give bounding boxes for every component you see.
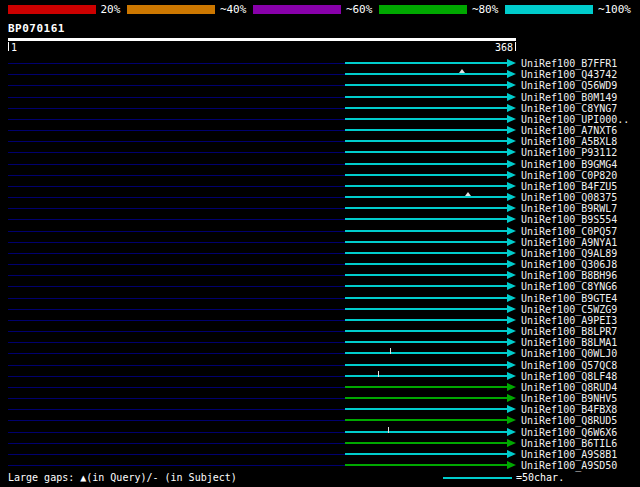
hit-row[interactable]: UniRef100_P93112 [0,147,640,158]
hit-row[interactable]: UniRef100_UPI000.. [0,114,640,125]
hit-row[interactable]: UniRef100_B4FZU5 [0,181,640,192]
hit-label[interactable]: UniRef100_B6TIL6 [521,438,617,449]
hit-row[interactable]: UniRef100_A7NXT6 [0,125,640,136]
hit-label[interactable]: UniRef100_A9PEI3 [521,315,617,326]
hit-label[interactable]: UniRef100_Q0WLJ0 [521,348,617,359]
hit-row[interactable]: UniRef100_Q8RUD5 [0,415,640,426]
hit-row[interactable]: UniRef100_B9GMG4 [0,159,640,170]
hit-row[interactable]: UniRef100_Q57QC8 [0,360,640,371]
hit-label[interactable]: UniRef100_C8YNG6 [521,281,617,292]
alignment-segment[interactable] [345,263,507,265]
alignment-segment[interactable] [345,330,507,332]
alignment-segment[interactable] [345,73,507,75]
hit-label[interactable]: UniRef100_B4FZU5 [521,181,617,192]
alignment-segment[interactable] [345,207,507,209]
alignment-segment[interactable] [345,431,507,433]
hit-label[interactable]: UniRef100_B9RWL7 [521,203,617,214]
alignment-segment[interactable] [345,218,507,220]
alignment-segment[interactable] [345,397,507,399]
hit-row[interactable]: UniRef100_B8LPR7 [0,326,640,337]
hit-label[interactable]: UniRef100_A5BXL8 [521,136,617,147]
hit-row[interactable]: UniRef100_B4FBX8 [0,404,640,415]
alignment-segment[interactable] [345,163,507,165]
alignment-segment[interactable] [345,107,507,109]
hit-row[interactable]: UniRef100_B9RWL7 [0,203,640,214]
alignment-segment[interactable] [345,241,507,243]
hit-row[interactable]: UniRef100_Q0WLJ0 [0,348,640,359]
hit-label[interactable]: UniRef100_A9NYA1 [521,237,617,248]
alignment-segment[interactable] [345,118,507,120]
hit-row[interactable]: UniRef100_C8YNG7 [0,103,640,114]
alignment-segment[interactable] [345,419,507,421]
hit-label[interactable]: UniRef100_Q6W6X6 [521,427,617,438]
hit-label[interactable]: UniRef100_C0P820 [521,170,617,181]
hit-label[interactable]: UniRef100_Q57QC8 [521,360,617,371]
hit-label[interactable]: UniRef100_Q43742 [521,69,617,80]
alignment-segment[interactable] [345,297,507,299]
hit-label[interactable]: UniRef100_C0PQ57 [521,226,617,237]
hit-label[interactable]: UniRef100_B9GTE4 [521,293,617,304]
hit-label[interactable]: UniRef100_B8LPR7 [521,326,617,337]
hit-label[interactable]: UniRef100_B8BH96 [521,270,617,281]
alignment-segment[interactable] [345,285,507,287]
alignment-segment[interactable] [345,341,507,343]
hit-row[interactable]: UniRef100_B9NHV5 [0,393,640,404]
alignment-segment[interactable] [345,375,507,377]
alignment-segment[interactable] [345,196,507,198]
hit-row[interactable]: UniRef100_B0M149 [0,92,640,103]
hit-label[interactable]: UniRef100_Q8RUD5 [521,415,617,426]
alignment-segment[interactable] [345,129,507,131]
hit-row[interactable]: UniRef100_B9S554 [0,214,640,225]
hit-label[interactable]: UniRef100_Q56WD9 [521,80,617,91]
hit-row[interactable]: UniRef100_C8YNG6 [0,281,640,292]
alignment-segment[interactable] [345,453,507,455]
hit-label[interactable]: UniRef100_Q08375 [521,192,617,203]
hit-row[interactable]: UniRef100_Q8RUD4 [0,382,640,393]
hit-label[interactable]: UniRef100_Q9AL89 [521,248,617,259]
alignment-segment[interactable] [345,96,507,98]
hit-row[interactable]: UniRef100_B8BH96 [0,270,640,281]
hit-label[interactable]: UniRef100_Q8RUD4 [521,382,617,393]
hit-label[interactable]: UniRef100_B8LMA1 [521,337,617,348]
alignment-segment[interactable] [345,62,507,64]
hit-row[interactable]: UniRef100_B6TIL6 [0,438,640,449]
alignment-segment[interactable] [345,185,507,187]
hit-label[interactable]: UniRef100_Q306J8 [521,259,617,270]
hit-row[interactable]: UniRef100_B9GTE4 [0,293,640,304]
hit-row[interactable]: UniRef100_Q6W6X6 [0,427,640,438]
hit-label[interactable]: UniRef100_Q8LF48 [521,371,617,382]
hit-label[interactable]: UniRef100_P93112 [521,147,617,158]
alignment-segment[interactable] [345,364,507,366]
hit-row[interactable]: UniRef100_B8LMA1 [0,337,640,348]
hit-label[interactable]: UniRef100_UPI000.. [521,114,629,125]
hit-row[interactable]: UniRef100_Q8LF48 [0,371,640,382]
hit-label[interactable]: UniRef100_C5WZG9 [521,304,617,315]
hit-row[interactable]: UniRef100_C0PQ57 [0,226,640,237]
hit-row[interactable]: UniRef100_A9NYA1 [0,237,640,248]
hit-label[interactable]: UniRef100_A7NXT6 [521,125,617,136]
alignment-segment[interactable] [345,464,507,466]
hit-label[interactable]: UniRef100_B0M149 [521,92,617,103]
alignment-segment[interactable] [345,308,507,310]
hit-row[interactable]: UniRef100_Q56WD9 [0,80,640,91]
alignment-segment[interactable] [345,252,507,254]
alignment-segment[interactable] [345,352,507,354]
alignment-segment[interactable] [345,319,507,321]
hit-row[interactable]: UniRef100_A9PEI3 [0,315,640,326]
hit-row[interactable]: UniRef100_C0P820 [0,170,640,181]
hit-row[interactable]: UniRef100_A5BXL8 [0,136,640,147]
alignment-segment[interactable] [345,230,507,232]
hit-label[interactable]: UniRef100_B9GMG4 [521,159,617,170]
hit-label[interactable]: UniRef100_A9S8B1 [521,449,617,460]
hit-row[interactable]: UniRef100_Q43742 [0,69,640,80]
hit-row[interactable]: UniRef100_C5WZG9 [0,304,640,315]
alignment-segment[interactable] [345,274,507,276]
hit-row[interactable]: UniRef100_A9SD50 [0,460,640,471]
alignment-segment[interactable] [345,386,507,388]
hit-row[interactable]: UniRef100_Q306J8 [0,259,640,270]
hit-label[interactable]: UniRef100_B7FFR1 [521,58,617,69]
hit-row[interactable]: UniRef100_Q08375 [0,192,640,203]
hit-row[interactable]: UniRef100_Q9AL89 [0,248,640,259]
hit-label[interactable]: UniRef100_B9NHV5 [521,393,617,404]
alignment-segment[interactable] [345,84,507,86]
